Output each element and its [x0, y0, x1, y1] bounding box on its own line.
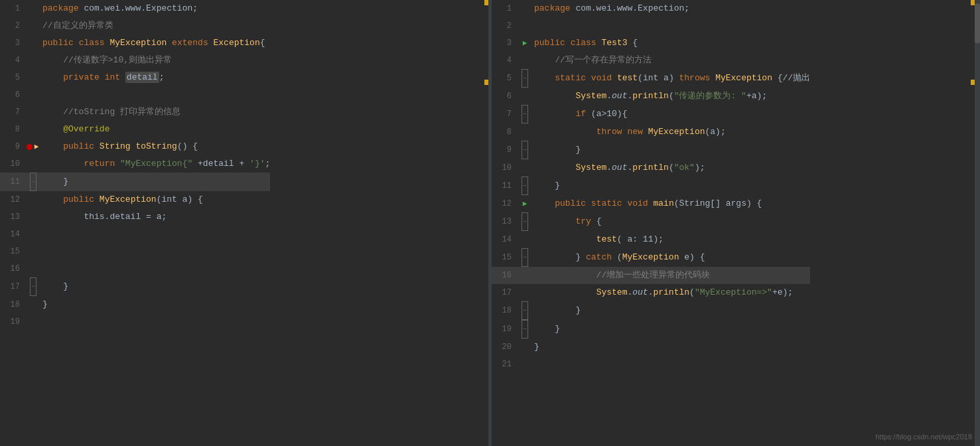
- keyword-token: throw: [596, 127, 622, 137]
- table-row: 6 System.out.println("传递的参数为: "+a);: [492, 88, 810, 105]
- plain-token: () {: [177, 141, 198, 151]
- table-row: 1package com.wei.www.Expection;: [0, 0, 270, 17]
- string-token: "MyException{": [120, 159, 192, 169]
- line-content: public String toString() {: [40, 138, 270, 155]
- annotation-token: @Override: [63, 124, 109, 134]
- line-number: 13: [492, 213, 518, 230]
- line-content: [40, 313, 270, 331]
- line-number: 17: [0, 278, 27, 295]
- table-row: 11– }: [0, 173, 270, 191]
- line-number: 1: [492, 0, 518, 17]
- plain-token: }: [534, 305, 581, 315]
- line-content: public MyException(int a) {: [40, 191, 270, 208]
- line-content: return "MyException{" +detail + '}';: [40, 155, 270, 173]
- plain-token: [534, 198, 555, 208]
- plain-token: this.detail = a;: [42, 212, 167, 222]
- classname-token: System: [575, 163, 606, 173]
- left-editor-pane: 1package com.wei.www.Expection;2//自定义的异常…: [0, 0, 489, 446]
- line-number: 4: [492, 52, 518, 69]
- line-gutter: –: [518, 301, 531, 320]
- line-content: package com.wei.www.Expection;: [531, 0, 810, 17]
- right-scrollbar-thumb[interactable]: [975, 3, 980, 43]
- plain-token: {: [627, 38, 638, 48]
- keyword-token: return: [84, 159, 115, 169]
- plain-token: ( a: 11);: [617, 234, 664, 244]
- table-row: 16 //增加一些处理异常的代码块: [492, 267, 810, 284]
- line-content: }: [40, 173, 270, 190]
- line-content: [531, 17, 810, 35]
- line-gutter: –: [518, 212, 531, 231]
- table-row: 9▶ public String toString() {: [0, 138, 270, 155]
- plain-token: [710, 73, 715, 83]
- keyword-token: package: [42, 3, 79, 13]
- fold-icon[interactable]: –: [30, 173, 36, 191]
- fold-icon[interactable]: –: [522, 105, 528, 123]
- method-token: test: [596, 234, 617, 244]
- fold-icon[interactable]: –: [522, 69, 528, 88]
- line-number: 3: [0, 35, 27, 52]
- table-row: 1package com.wei.www.Expection;: [492, 0, 810, 17]
- table-row: 14 test( a: 11);: [492, 231, 810, 248]
- table-row: 8 @Override: [0, 121, 270, 138]
- table-row: 15: [0, 243, 270, 260]
- line-content: [531, 356, 810, 373]
- keyword-token: class: [79, 38, 105, 48]
- classname-token: Exception: [214, 38, 260, 48]
- plain-token: [534, 163, 575, 173]
- plain-token: (a);: [705, 127, 726, 137]
- keyword-token: void: [591, 73, 612, 83]
- right-scrollbar[interactable]: [975, 0, 980, 446]
- plain-token: (String[] args) {: [674, 198, 762, 208]
- plain-token: .: [606, 163, 612, 173]
- line-gutter: –: [518, 141, 531, 159]
- plain-token: }: [63, 177, 68, 186]
- table-row: 18– }: [492, 301, 810, 320]
- line-gutter: –: [518, 248, 531, 267]
- keyword-token: public: [534, 38, 565, 48]
- plain-token: }: [534, 324, 560, 334]
- breakpoint-icon[interactable]: [27, 144, 33, 150]
- table-row: 13– try {: [492, 212, 810, 231]
- table-row: 20}: [492, 338, 810, 356]
- line-number: 9: [0, 138, 27, 155]
- fold-icon[interactable]: –: [522, 320, 528, 338]
- plain-token: (int a): [638, 73, 679, 83]
- plain-token: [74, 38, 79, 48]
- fold-icon[interactable]: –: [522, 177, 528, 195]
- fold-icon[interactable]: –: [522, 248, 528, 267]
- method-token: main: [654, 198, 674, 208]
- line-content: [40, 86, 270, 104]
- table-row: 7– if (a>10){: [492, 105, 810, 123]
- keyword-token: if: [575, 109, 586, 119]
- method-token: println: [632, 163, 669, 173]
- line-gutter: ▶: [518, 35, 531, 52]
- table-row: 13 this.detail = a;: [0, 208, 270, 226]
- line-content: package com.wei.www.Expection;: [40, 0, 270, 17]
- plain-token: com.wei.www.Expection;: [79, 3, 198, 13]
- keyword-token: static: [555, 73, 586, 83]
- fold-icon[interactable]: –: [522, 301, 528, 320]
- method-token: test: [617, 73, 638, 83]
- plain-token: [643, 127, 648, 137]
- line-content: [40, 243, 270, 260]
- plain-token: [94, 194, 100, 204]
- table-row: 17– }: [0, 277, 270, 296]
- classname-token: MyException: [648, 127, 705, 137]
- plain-token: }: [534, 181, 560, 190]
- line-content: } catch (MyException e) {: [531, 249, 810, 266]
- line-number: 11: [492, 177, 518, 194]
- method-token: MyException: [100, 194, 157, 204]
- line-number: 13: [0, 208, 27, 226]
- line-number: 4: [0, 52, 27, 69]
- table-row: 12 public MyException(int a) {: [0, 191, 270, 208]
- fold-icon[interactable]: –: [522, 212, 528, 231]
- line-content: if (a>10){: [531, 106, 810, 123]
- fold-icon[interactable]: –: [522, 141, 528, 159]
- line-number: 1: [0, 0, 27, 17]
- fold-icon[interactable]: –: [30, 277, 36, 296]
- plain-token: [534, 109, 575, 119]
- line-content: @Override: [40, 121, 270, 138]
- keyword-token: static: [591, 198, 622, 208]
- italic-token: out: [612, 163, 627, 173]
- line-content: [40, 226, 270, 243]
